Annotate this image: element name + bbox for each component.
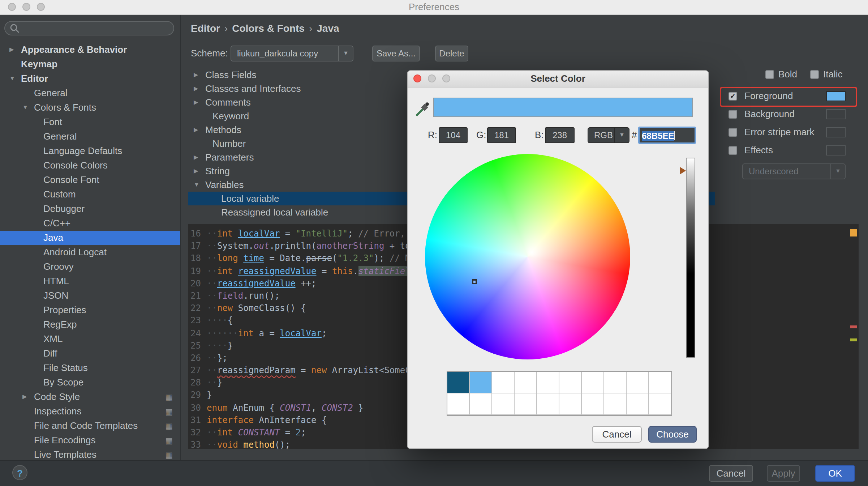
breadcrumb-colors-fonts[interactable]: Colors & Fonts xyxy=(232,22,305,34)
scheme-grid-icon: ▦ xyxy=(165,433,173,448)
sidebar-item-console-font[interactable]: Console Font xyxy=(0,173,180,187)
color-wheel[interactable] xyxy=(425,154,630,359)
sidebar-item-file-encodings[interactable]: File Encodings▦ xyxy=(0,433,180,448)
sidebar-item-keymap[interactable]: Keymap xyxy=(0,57,180,72)
bold-checkbox[interactable] xyxy=(765,70,774,79)
ok-button[interactable]: OK xyxy=(815,465,855,482)
sidebar-item-colors-fonts[interactable]: ▼Colors & Fonts xyxy=(0,101,180,115)
color-swatch[interactable] xyxy=(470,393,492,415)
help-button[interactable]: ? xyxy=(12,465,27,480)
sidebar-item-general[interactable]: General xyxy=(0,129,180,144)
color-swatch[interactable] xyxy=(627,393,649,415)
color-swatch[interactable] xyxy=(515,393,537,415)
line-number: 23 xyxy=(189,315,201,327)
sidebar-item-regexp[interactable]: RegExp xyxy=(0,317,180,332)
foreground-label: Foreground xyxy=(744,90,793,101)
sidebar-item-file-status[interactable]: File Status xyxy=(0,361,180,375)
line-number: 21 xyxy=(189,290,201,302)
line-number: 27 xyxy=(189,364,201,377)
effects-swatch[interactable] xyxy=(826,145,846,155)
sidebar-item-json[interactable]: JSON xyxy=(0,289,180,303)
sidebar-item-c-c[interactable]: C/C++ xyxy=(0,216,180,231)
breadcrumb-java[interactable]: Java xyxy=(317,22,339,34)
background-checkbox[interactable] xyxy=(729,110,737,119)
dialog-choose-button[interactable]: Choose xyxy=(648,426,697,443)
color-swatch[interactable] xyxy=(492,372,515,393)
red-field[interactable]: 104 xyxy=(439,127,468,143)
foreground-checkbox[interactable]: ✓ xyxy=(729,92,737,101)
sidebar-item-console-colors[interactable]: Console Colors xyxy=(0,158,180,173)
brightness-slider-marker[interactable] xyxy=(680,167,686,174)
breadcrumb-editor[interactable]: Editor xyxy=(191,22,220,34)
hex-input[interactable]: 68B5EE xyxy=(638,127,696,144)
sidebar-item-by-scope[interactable]: By Scope xyxy=(0,375,180,390)
sidebar-item-code-style[interactable]: ▶Code Style▦ xyxy=(0,390,180,404)
sidebar-item-java[interactable]: Java xyxy=(0,231,180,245)
sidebar-item-font[interactable]: Font xyxy=(0,115,180,129)
sidebar-item-live-templates[interactable]: Live Templates▦ xyxy=(0,448,180,460)
chevron-right-icon: ▶ xyxy=(9,43,14,57)
color-swatch[interactable] xyxy=(582,372,604,393)
sidebar-item-editor[interactable]: ▼Editor xyxy=(0,72,180,86)
save-as-button[interactable]: Save As... xyxy=(372,46,420,61)
foreground-swatch[interactable] xyxy=(826,91,846,101)
delete-button[interactable]: Delete xyxy=(435,46,468,61)
sidebar-item-general[interactable]: General xyxy=(0,86,180,101)
sidebar-item-android-logcat[interactable]: Android Logcat xyxy=(0,245,180,260)
line-number: 28 xyxy=(189,377,201,389)
sidebar-item-diff[interactable]: Diff xyxy=(0,346,180,361)
color-swatch[interactable] xyxy=(447,372,470,393)
color-swatch[interactable] xyxy=(559,393,582,415)
error-stripe-mark[interactable] xyxy=(850,229,857,236)
sidebar-item-language-defaults[interactable]: Language Defaults xyxy=(0,144,180,158)
brightness-slider[interactable] xyxy=(686,158,695,358)
sidebar-item-debugger[interactable]: Debugger xyxy=(0,202,180,216)
error-stripe-mark-swatch[interactable] xyxy=(826,127,846,137)
eyedropper-icon[interactable] xyxy=(414,98,430,117)
bold-label: Bold xyxy=(778,69,797,80)
color-swatch[interactable] xyxy=(515,372,537,393)
cancel-button[interactable]: Cancel xyxy=(709,465,753,482)
color-swatch[interactable] xyxy=(627,372,649,393)
apply-button[interactable]: Apply xyxy=(767,465,800,482)
underscored-dropdown[interactable]: Underscored ▼ xyxy=(742,163,846,179)
color-swatch[interactable] xyxy=(649,372,671,393)
line-number: 32 xyxy=(189,427,201,439)
color-swatch[interactable] xyxy=(604,393,627,415)
color-swatch[interactable] xyxy=(470,372,492,393)
error-stripe-mark[interactable] xyxy=(850,338,857,341)
dialog-titlebar: Select Color xyxy=(408,71,708,88)
error-stripe-mark[interactable] xyxy=(850,325,857,328)
color-swatch[interactable] xyxy=(582,393,604,415)
color-swatch[interactable] xyxy=(492,393,515,415)
settings-search[interactable] xyxy=(4,21,174,35)
sidebar-item-groovy[interactable]: Groovy xyxy=(0,260,180,274)
sidebar-item-appearance-behavior[interactable]: ▶Appearance & Behavior xyxy=(0,43,180,57)
sidebar-item-html[interactable]: HTML xyxy=(0,274,180,289)
scheme-label: Scheme: xyxy=(191,48,228,59)
color-mode-dropdown[interactable]: RGB ▼ xyxy=(588,127,629,143)
error-stripe-mark-checkbox[interactable] xyxy=(729,128,737,137)
color-swatch[interactable] xyxy=(537,372,559,393)
settings-search-input[interactable] xyxy=(22,22,170,35)
background-swatch[interactable] xyxy=(826,109,846,119)
sidebar-item-file-and-code-templates[interactable]: File and Code Templates▦ xyxy=(0,419,180,433)
sidebar-item-xml[interactable]: XML xyxy=(0,332,180,346)
dialog-cancel-button[interactable]: Cancel xyxy=(592,426,642,443)
line-number: 24 xyxy=(189,327,201,340)
italic-checkbox[interactable] xyxy=(810,70,819,79)
color-wheel-cursor[interactable] xyxy=(472,279,477,284)
chevron-down-icon: ▼ xyxy=(9,72,15,86)
color-swatch[interactable] xyxy=(604,372,627,393)
color-swatch[interactable] xyxy=(649,393,671,415)
color-swatch[interactable] xyxy=(447,393,470,415)
sidebar-item-custom[interactable]: Custom xyxy=(0,187,180,202)
sidebar-item-inspections[interactable]: Inspections▦ xyxy=(0,404,180,419)
sidebar-item-properties[interactable]: Properties xyxy=(0,303,180,317)
color-swatch[interactable] xyxy=(537,393,559,415)
effects-checkbox[interactable] xyxy=(729,146,737,155)
color-swatch[interactable] xyxy=(559,372,582,393)
scheme-dropdown[interactable]: liukun_darkcula copy ▼ xyxy=(231,46,353,61)
green-field[interactable]: 181 xyxy=(487,127,516,143)
blue-field[interactable]: 238 xyxy=(545,127,575,143)
